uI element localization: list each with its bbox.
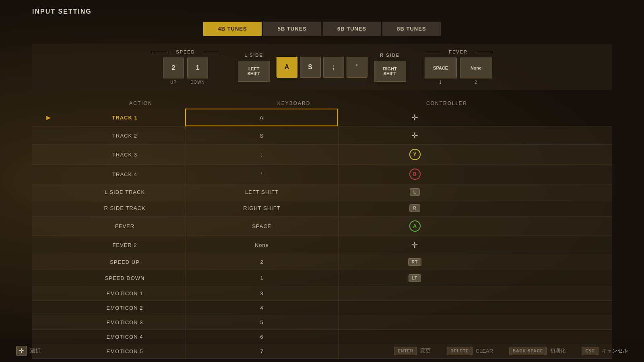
- row-keyboard-value: RIGHT SHIFT: [185, 200, 338, 216]
- row-action-label: EMOTICON 5: [64, 344, 185, 358]
- tab-8b-tunes[interactable]: 8B TUNES: [382, 22, 440, 36]
- tab-5b-tunes[interactable]: 5B TUNES: [263, 22, 321, 36]
- l-side-key[interactable]: LEFTSHIFT: [238, 61, 270, 82]
- table-row[interactable]: EMOTICON 35: [32, 315, 612, 330]
- row-arrow-icon: [32, 236, 64, 254]
- trigger-button-icon: LT: [409, 274, 421, 282]
- table-row[interactable]: TRACK 3;Y: [32, 145, 612, 165]
- r-side-section: R SIDE RIGHTSHIFT: [374, 53, 406, 82]
- y-button-icon: Y: [409, 149, 421, 160]
- row-action-label: R SIDE TRACK: [64, 200, 185, 216]
- center-key-apos[interactable]: ': [347, 57, 367, 78]
- row-keyboard-value: SPACE: [185, 216, 338, 236]
- fever1-key[interactable]: SPACE: [425, 58, 457, 78]
- table-container: ▶TRACK 1A✛TRACK 2S✛TRACK 3;YTRACK 4'BL S…: [32, 109, 612, 362]
- row-action-label: EMOTICON 3: [64, 315, 185, 329]
- row-action-label: SPEED UP: [64, 254, 185, 270]
- center-key-semi[interactable]: ;: [323, 57, 344, 78]
- row-action-label: TRACK 4: [64, 165, 185, 184]
- row-action-label: FEVER 2: [64, 236, 185, 254]
- table-row[interactable]: L SIDE TRACKLEFT SHIFTL: [32, 184, 612, 200]
- row-arrow-icon: [32, 254, 64, 270]
- row-arrow-icon: [32, 127, 64, 144]
- row-keyboard-value: LEFT SHIFT: [185, 184, 338, 200]
- table-row[interactable]: R SIDE TRACKRIGHT SHIFTR: [32, 200, 612, 216]
- table-body: ▶TRACK 1A✛TRACK 2S✛TRACK 3;YTRACK 4'BL S…: [32, 109, 612, 359]
- row-keyboard-value: 1: [185, 270, 338, 286]
- tab-6b-tunes[interactable]: 6B TUNES: [323, 22, 381, 36]
- speed-up-wrap: 2 UP: [163, 58, 184, 84]
- dpad-controller-icon: ✛: [411, 240, 418, 250]
- trigger-button-icon: L: [410, 188, 420, 196]
- table-row[interactable]: TRACK 4'B: [32, 165, 612, 184]
- row-controller-value: Y: [338, 145, 491, 164]
- row-controller-value: ✛: [338, 109, 491, 126]
- dpad-controller-icon: ✛: [411, 113, 418, 122]
- fever2-sub: 2: [475, 80, 477, 84]
- speed-down-wrap: 1 DOWN: [187, 58, 208, 84]
- table-row[interactable]: FEVERSPACEA: [32, 216, 612, 236]
- row-arrow-icon: [32, 301, 64, 315]
- page-title: INPUT SETTING: [32, 8, 612, 15]
- dpad-controller-icon: ✛: [411, 131, 418, 140]
- center-key-semi-wrap: ;: [323, 57, 344, 78]
- table-row[interactable]: SPEED DOWN1LT: [32, 270, 612, 286]
- row-keyboard-value: 7: [185, 344, 338, 358]
- main-container: INPUT SETTING 4B TUNES 5B TUNES 6B TUNES…: [0, 0, 644, 362]
- row-keyboard-value: 3: [185, 286, 338, 300]
- row-controller-value: L: [338, 184, 491, 200]
- row-arrow-icon: [32, 315, 64, 329]
- row-action-label: EMOTICON 2: [64, 301, 185, 315]
- speed-up-key[interactable]: 2: [163, 58, 184, 78]
- fever1-sub: 1: [439, 80, 442, 84]
- table-row[interactable]: SPEED UP2RT: [32, 254, 612, 270]
- row-controller-value: LT: [338, 270, 491, 286]
- row-action-label: FEVER: [64, 216, 185, 236]
- speed-section: SPEED 2 UP 1 DOWN: [152, 49, 219, 84]
- speed-down-key[interactable]: 1: [187, 58, 208, 78]
- row-keyboard-value: ;: [185, 145, 338, 164]
- row-controller-value: A: [338, 216, 491, 236]
- l-side-label: L SIDE: [244, 53, 263, 58]
- table-row[interactable]: EMOTICON 46: [32, 330, 612, 344]
- col-controller: CONTROLLER: [370, 101, 523, 106]
- row-action-label: SPEED DOWN: [64, 270, 185, 286]
- row-keyboard-value: A: [185, 109, 338, 126]
- tab-4b-tunes[interactable]: 4B TUNES: [203, 22, 261, 36]
- center-key-apos-wrap: ': [347, 57, 367, 78]
- center-key-s[interactable]: S: [300, 57, 321, 78]
- fever-label: FEVER: [425, 49, 492, 54]
- table-row[interactable]: TRACK 2S✛: [32, 127, 612, 145]
- row-action-label: EMOTICON 1: [64, 286, 185, 300]
- row-controller-value: [338, 315, 491, 329]
- col-keyboard: KEYBOARD: [217, 101, 370, 106]
- table-row[interactable]: EMOTICON 24: [32, 301, 612, 315]
- table-header: ACTION KEYBOARD CONTROLLER: [64, 98, 612, 109]
- row-keyboard-value: 2: [185, 254, 338, 270]
- r-side-key[interactable]: RIGHTSHIFT: [374, 61, 406, 82]
- row-keyboard-value: 4: [185, 301, 338, 315]
- center-key-s-wrap: S: [300, 57, 321, 78]
- tabs-row: 4B TUNES 5B TUNES 6B TUNES 8B TUNES: [32, 22, 612, 36]
- row-controller-value: ✛: [338, 127, 491, 144]
- trigger-button-icon: R: [409, 204, 420, 212]
- row-arrow-icon: [32, 270, 64, 286]
- center-key-a-wrap: A: [277, 57, 297, 78]
- speed-keys: 2 UP 1 DOWN: [163, 58, 208, 84]
- r-side-label: R SIDE: [380, 53, 400, 58]
- row-action-label: L SIDE TRACK: [64, 184, 185, 200]
- table-row[interactable]: ▶TRACK 1A✛: [32, 109, 612, 127]
- fever2-key[interactable]: None: [460, 58, 492, 78]
- a-button-icon: A: [409, 220, 421, 232]
- table-row[interactable]: EMOTICON 13: [32, 286, 612, 301]
- center-key-a[interactable]: A: [277, 57, 297, 78]
- row-keyboard-value: 6: [185, 330, 338, 344]
- table-row[interactable]: FEVER 2None✛: [32, 236, 612, 254]
- fever-section: FEVER SPACE 1 None 2: [425, 49, 492, 84]
- l-side-section: L SIDE LEFTSHIFT: [238, 53, 270, 82]
- table-row[interactable]: EMOTICON 57: [32, 344, 612, 359]
- row-arrow-icon: [32, 286, 64, 300]
- fever-keys: SPACE 1 None 2: [425, 58, 492, 84]
- row-controller-value: B: [338, 165, 491, 184]
- row-keyboard-value: ': [185, 165, 338, 184]
